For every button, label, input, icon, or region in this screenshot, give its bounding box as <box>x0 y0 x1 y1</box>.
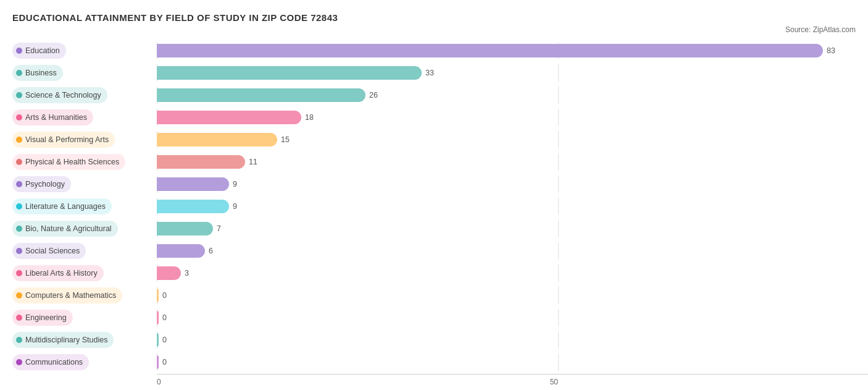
bar-fill <box>157 111 301 124</box>
bar-label-text: Psychology <box>25 180 65 189</box>
bar-row: Education83 <box>12 40 856 61</box>
grid-line <box>558 220 559 237</box>
bar-value-label: 9 <box>233 180 237 189</box>
bar-fill <box>157 44 823 57</box>
bar-label-text: Physical & Health Sciences <box>25 158 119 166</box>
bar-row: Engineering0 <box>12 307 856 328</box>
bar-dot <box>16 159 22 165</box>
bar-label-text: Communications <box>25 358 83 367</box>
grid-line <box>558 109 559 126</box>
bar-fill <box>157 200 229 213</box>
bar-label-text: Science & Technology <box>25 91 101 100</box>
x-axis-label: 50 <box>550 378 558 386</box>
grid-line <box>558 309 559 326</box>
bar-row: Social Sciences6 <box>12 240 856 261</box>
bar-dot <box>16 181 22 187</box>
bar-dot <box>16 315 22 321</box>
bar-label-text: Arts & Humanities <box>25 113 87 122</box>
bar-dot <box>16 292 22 299</box>
bar-dot <box>16 114 22 121</box>
bar-label-text: Bio, Nature & Agricultural <box>25 224 112 233</box>
x-axis-label: 0 <box>157 378 161 386</box>
bar-label-text: Business <box>25 69 57 77</box>
bar-label-text: Social Sciences <box>25 247 80 255</box>
bar-fill <box>157 155 245 169</box>
grid-line <box>558 354 559 371</box>
bar-dot <box>16 137 22 143</box>
grid-line <box>558 64 559 82</box>
grid-line <box>558 287 559 304</box>
bar-fill <box>157 355 159 369</box>
grid-line <box>558 331 559 349</box>
bar-dot <box>16 203 22 210</box>
bar-value-label: 3 <box>185 269 189 278</box>
bar-row: Computers & Mathematics0 <box>12 285 856 306</box>
bar-row: Science & Technology26 <box>12 85 856 106</box>
bar-value-label: 0 <box>162 358 167 367</box>
bar-dot <box>16 337 22 343</box>
bar-dot <box>16 92 22 98</box>
bar-label-text: Computers & Mathematics <box>25 291 116 300</box>
bar-fill <box>157 266 181 280</box>
bars-section: Education83Business33Science & Technolog… <box>12 40 856 373</box>
bar-label-text: Education <box>25 46 60 55</box>
bar-label-text: Multidisciplinary Studies <box>25 336 107 344</box>
bar-row: Visual & Performing Arts15 <box>12 129 856 150</box>
bar-value-label: 26 <box>369 91 378 100</box>
bar-value-label: 6 <box>209 247 213 255</box>
bar-dot <box>16 248 22 254</box>
grid-line <box>558 176 559 193</box>
bar-dot <box>16 359 22 365</box>
bar-row: Communications0 <box>12 352 856 373</box>
bar-label-text: Literature & Languages <box>25 202 106 211</box>
bar-fill <box>157 289 159 302</box>
grid-line <box>558 265 559 282</box>
bar-fill <box>157 88 365 102</box>
bar-value-label: 7 <box>217 224 221 233</box>
bar-row: Business33 <box>12 62 856 83</box>
bar-fill <box>157 244 205 258</box>
bar-value-label: 9 <box>233 202 237 211</box>
source-label: Source: ZipAtlas.com <box>12 25 856 34</box>
grid-line <box>558 242 559 260</box>
bar-fill <box>157 133 277 146</box>
bar-value-label: 83 <box>827 46 835 55</box>
grid-line <box>558 131 559 148</box>
bar-fill <box>157 222 213 235</box>
bar-row: Bio, Nature & Agricultural7 <box>12 218 856 239</box>
bar-dot <box>16 70 22 76</box>
bar-label-text: Engineering <box>25 313 67 322</box>
bar-fill <box>157 311 159 324</box>
bar-row: Multidisciplinary Studies0 <box>12 329 856 350</box>
bar-row: Liberal Arts & History3 <box>12 263 856 284</box>
bar-dot <box>16 226 22 232</box>
chart-wrapper: Education83Business33Science & Technolog… <box>12 40 856 386</box>
bar-fill <box>157 333 159 347</box>
bar-value-label: 33 <box>425 69 434 77</box>
grid-line <box>558 198 559 215</box>
bar-label-text: Liberal Arts & History <box>25 269 98 278</box>
bar-label-text: Visual & Performing Arts <box>25 135 109 144</box>
grid-line <box>558 87 559 104</box>
bar-fill <box>157 66 422 80</box>
bar-row: Physical & Health Sciences11 <box>12 151 856 172</box>
bar-value-label: 0 <box>162 313 167 322</box>
page-title: EDUCATIONAL ATTAINMENT BY FIELD OF STUDY… <box>12 12 856 23</box>
bar-value-label: 0 <box>162 291 167 300</box>
grid-line <box>558 153 559 171</box>
bar-row: Literature & Languages9 <box>12 196 856 217</box>
bar-row: Psychology9 <box>12 174 856 195</box>
bar-value-label: 11 <box>249 158 257 166</box>
x-axis: 050100 <box>157 374 868 386</box>
bar-value-label: 15 <box>281 135 290 144</box>
bar-value-label: 18 <box>305 113 314 122</box>
bar-row: Arts & Humanities18 <box>12 107 856 128</box>
bar-value-label: 0 <box>162 336 167 344</box>
bar-fill <box>157 177 229 191</box>
bar-dot <box>16 270 22 276</box>
bar-dot <box>16 48 22 54</box>
